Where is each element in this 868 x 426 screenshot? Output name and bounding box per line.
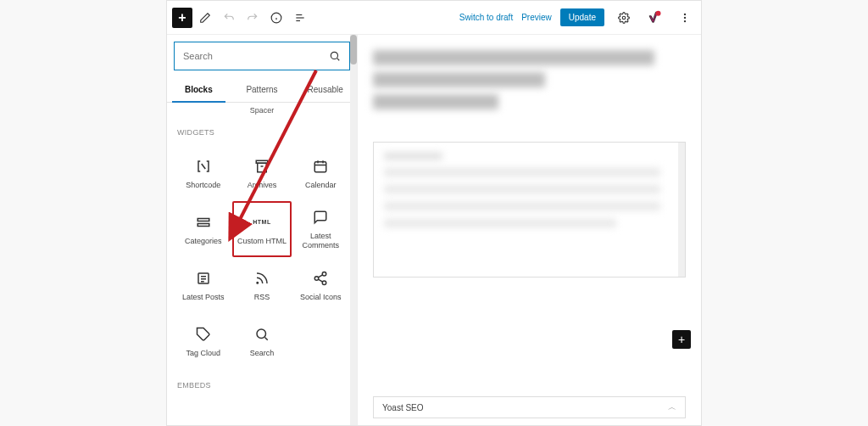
last-block-label: Spacer xyxy=(167,103,357,123)
more-options-button[interactable] xyxy=(674,7,696,29)
tag-icon xyxy=(194,325,213,344)
svg-point-29 xyxy=(315,276,320,280)
add-block-button[interactable]: + xyxy=(172,8,192,28)
archives-icon xyxy=(253,157,271,176)
switch-to-draft-link[interactable]: Switch to draft xyxy=(459,13,513,22)
comment-icon xyxy=(311,208,330,227)
info-button[interactable] xyxy=(265,7,287,29)
posts-icon xyxy=(194,269,213,288)
shortcode-icon xyxy=(194,157,213,176)
svg-rect-17 xyxy=(315,161,327,171)
update-button[interactable]: Update xyxy=(560,8,604,26)
svg-point-7 xyxy=(656,10,661,15)
svg-line-32 xyxy=(319,274,323,277)
block-tag-cloud[interactable]: Tag Cloud xyxy=(174,313,232,369)
tab-reusable[interactable]: Reusable xyxy=(293,77,357,102)
svg-line-35 xyxy=(264,337,267,339)
block-inserter-panel: BlocksPatternsReusable Spacer WIDGETS Sh… xyxy=(167,35,358,425)
embeds-section-title: EMBEDS xyxy=(167,376,357,398)
tab-blocks[interactable]: Blocks xyxy=(167,77,231,102)
block-calendar[interactable]: Calendar xyxy=(292,145,350,201)
search-input-wrapper xyxy=(174,42,350,70)
document-outline-button[interactable] xyxy=(289,7,311,29)
block-label: Tag Cloud xyxy=(186,349,220,358)
block-latest-posts[interactable]: Latest Posts xyxy=(174,257,232,313)
categories-icon xyxy=(194,213,213,232)
svg-rect-21 xyxy=(198,218,209,221)
block-latest-comments[interactable]: Latest Comments xyxy=(292,201,350,257)
share-icon xyxy=(311,269,330,288)
svg-rect-22 xyxy=(198,223,209,226)
svg-point-30 xyxy=(323,281,327,285)
block-label: Shortcode xyxy=(186,181,220,190)
editor-canvas[interactable]: + Yoast SEO ︿ xyxy=(358,35,701,425)
svg-point-9 xyxy=(684,16,686,18)
block-custom-html[interactable]: HTMLCustom HTML xyxy=(232,201,291,257)
block-label: Latest Comments xyxy=(292,232,349,250)
post-title-blurred xyxy=(373,50,686,126)
block-social-icons[interactable]: Social Icons xyxy=(292,257,350,313)
chevron-up-icon: ︿ xyxy=(668,401,676,413)
block-label: Categories xyxy=(185,237,222,246)
rss-icon xyxy=(253,269,271,288)
inserter-scrollbar-thumb[interactable] xyxy=(350,35,357,64)
insert-block-float-button[interactable]: + xyxy=(672,330,691,349)
block-label: Calendar xyxy=(305,181,337,190)
svg-line-12 xyxy=(337,59,340,61)
block-label: Archives xyxy=(248,181,277,190)
svg-point-8 xyxy=(684,13,686,14)
svg-point-11 xyxy=(331,52,337,59)
svg-point-6 xyxy=(622,16,626,20)
search-icon xyxy=(329,50,341,62)
settings-button[interactable] xyxy=(613,7,635,29)
yoast-button[interactable] xyxy=(643,7,665,29)
svg-point-34 xyxy=(257,329,266,339)
redo-button[interactable] xyxy=(242,7,264,29)
search-input[interactable] xyxy=(183,51,329,61)
preview-link[interactable]: Preview xyxy=(521,13,552,22)
block-label: Latest Posts xyxy=(182,293,225,302)
block-rss[interactable]: RSS xyxy=(232,257,291,313)
editor-topbar: + Switch to draft Preview Update xyxy=(167,1,701,35)
yoast-metabox[interactable]: Yoast SEO ︿ xyxy=(373,396,686,418)
calendar-icon xyxy=(311,157,330,176)
svg-line-31 xyxy=(319,279,323,282)
block-label: RSS xyxy=(254,293,270,302)
block-categories[interactable]: Categories xyxy=(174,201,232,257)
svg-line-13 xyxy=(201,164,205,169)
svg-point-27 xyxy=(257,282,259,283)
svg-rect-15 xyxy=(258,163,267,172)
widgets-section-title: WIDGETS xyxy=(167,123,357,145)
html-icon: HTML xyxy=(253,213,271,232)
block-shortcode[interactable]: Shortcode xyxy=(174,145,232,201)
block-label: Custom HTML xyxy=(237,237,287,246)
svg-point-28 xyxy=(323,272,327,276)
metabox-title: Yoast SEO xyxy=(382,403,424,412)
undo-button[interactable] xyxy=(218,7,240,29)
edit-mode-button[interactable] xyxy=(194,7,216,29)
block-search[interactable]: Search xyxy=(232,313,291,369)
block-label: Social Icons xyxy=(300,293,342,302)
svg-point-10 xyxy=(684,20,686,21)
block-archives[interactable]: Archives xyxy=(232,145,291,201)
tab-patterns[interactable]: Patterns xyxy=(231,77,294,102)
block-label: Search xyxy=(250,349,275,358)
search-icon xyxy=(253,325,271,344)
content-block-blurred xyxy=(373,142,686,277)
